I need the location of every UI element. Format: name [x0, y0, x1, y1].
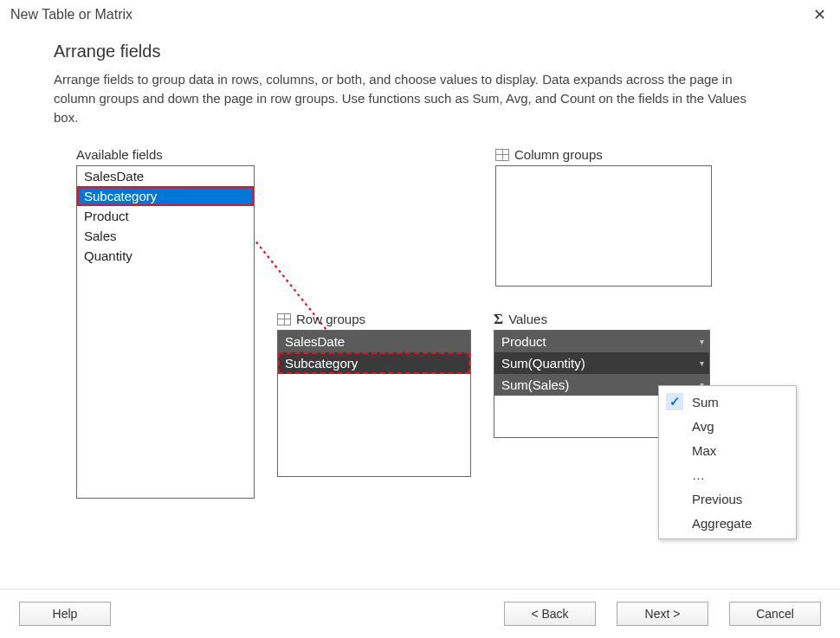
aggregate-menu-avg[interactable]: Avg — [659, 414, 796, 438]
aggregate-menu-label: Previous — [692, 492, 742, 506]
column-groups-list[interactable] — [495, 165, 712, 287]
aggregate-menu-aggregate[interactable]: Aggregate — [659, 511, 796, 535]
check-icon — [666, 466, 683, 483]
aggregate-menu-label: Aggregate — [692, 516, 752, 531]
value-sum-quantity[interactable]: Sum(Quantity) ▾ — [494, 352, 709, 374]
aggregate-menu-more[interactable]: … — [659, 462, 796, 487]
row-group-salesdate[interactable]: SalesDate — [278, 331, 470, 352]
value-label: Sum(Quantity) — [501, 356, 585, 371]
field-subcategory[interactable]: Subcategory — [77, 186, 254, 206]
window-title: New Table or Matrix — [10, 7, 132, 23]
aggregate-menu-label: Avg — [692, 419, 714, 434]
sigma-icon: Σ — [494, 312, 503, 326]
check-icon — [666, 417, 683, 435]
row-group-label: SalesDate — [285, 334, 345, 349]
aggregate-menu-sum[interactable]: ✓ Sum — [659, 390, 796, 414]
aggregate-menu-max[interactable]: Max — [659, 438, 796, 462]
check-icon — [666, 441, 683, 459]
page-description: Arrange fields to group data in rows, co… — [54, 70, 772, 126]
column-groups-label: Column groups — [514, 147, 603, 162]
back-button[interactable]: < Back — [504, 602, 596, 626]
table-icon — [495, 149, 509, 161]
row-groups-list[interactable]: SalesDate Subcategory — [277, 330, 471, 477]
field-quantity[interactable]: Quantity — [77, 246, 254, 266]
help-button[interactable]: Help — [19, 602, 111, 626]
row-groups-label: Row groups — [296, 312, 365, 326]
value-label: Sum(Sales) — [501, 377, 569, 392]
row-group-subcategory[interactable]: Subcategory — [278, 352, 470, 374]
field-salesdate[interactable]: SalesDate — [77, 166, 254, 186]
dropdown-icon[interactable]: ▾ — [700, 337, 704, 346]
available-fields-label: Available fields — [76, 147, 255, 162]
value-product[interactable]: Product ▾ — [494, 331, 709, 352]
field-product[interactable]: Product — [77, 206, 254, 226]
values-label: Values — [508, 312, 547, 326]
available-fields-list[interactable]: SalesDate Subcategory Product Sales Quan… — [76, 165, 255, 499]
cancel-button[interactable]: Cancel — [729, 602, 821, 626]
aggregate-menu-label: Sum — [692, 395, 719, 409]
aggregate-menu-label: Max — [692, 443, 716, 458]
aggregate-menu[interactable]: ✓ Sum Avg Max … Previous Aggregate — [658, 385, 797, 539]
close-icon[interactable]: ✕ — [808, 5, 831, 24]
table-icon — [277, 313, 291, 325]
check-icon — [666, 514, 683, 532]
page-heading: Arrange fields — [54, 42, 797, 61]
aggregate-menu-previous[interactable]: Previous — [659, 487, 796, 511]
aggregate-menu-label: … — [692, 467, 705, 482]
next-button[interactable]: Next > — [617, 602, 708, 626]
row-group-label: Subcategory — [285, 356, 358, 371]
check-icon: ✓ — [666, 393, 683, 410]
dropdown-icon[interactable]: ▾ — [700, 358, 704, 368]
field-sales[interactable]: Sales — [77, 226, 254, 246]
check-icon — [666, 490, 683, 507]
value-label: Product — [501, 334, 546, 349]
